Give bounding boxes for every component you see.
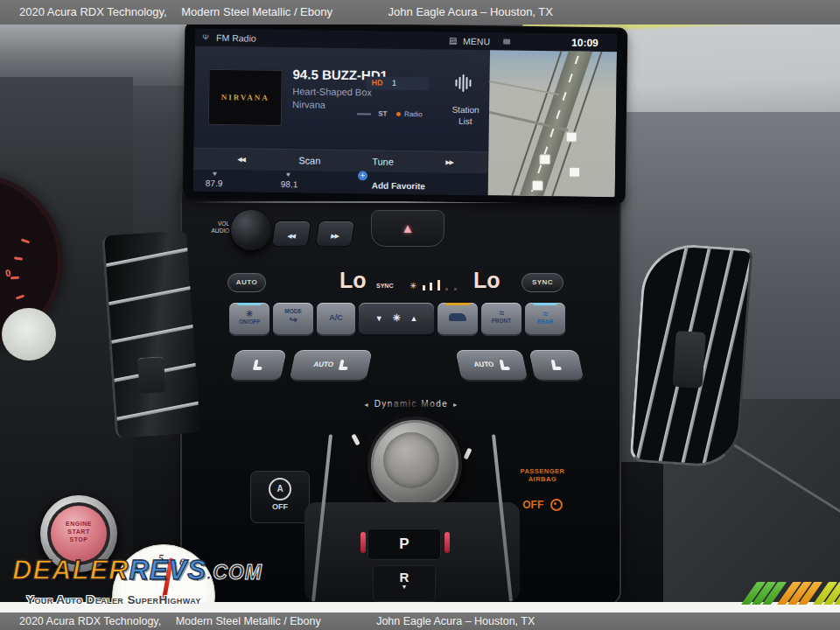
previous-track-button[interactable]: ◀◀ xyxy=(237,149,245,170)
hd-channel-indicator: HD 1 xyxy=(366,76,429,90)
map-status-icon xyxy=(503,39,510,45)
vent-adjust-tab[interactable] xyxy=(672,331,705,388)
defrost-icon: ≈ xyxy=(481,308,522,318)
hazard-button[interactable]: ▲ xyxy=(371,210,444,247)
climate-button-row: ✳ ON/OFF MODE ↪ A/C ▼ ✳ ▲ ≈ FRONT ≈ REAR xyxy=(229,303,565,336)
fan-onoff-button[interactable]: ✳ ON/OFF xyxy=(229,303,270,336)
seat-icon xyxy=(550,360,562,370)
artist-name: Nirvana xyxy=(292,99,326,110)
engine-start-button[interactable]: ENGINE START STOP xyxy=(51,506,107,562)
map-poi-icon xyxy=(539,154,550,164)
idle-stop-off-button[interactable]: A OFF xyxy=(250,471,310,523)
watermark-slogan: Your Auto Dealer SuperHighway xyxy=(26,593,201,606)
hd-channel-number: 1 xyxy=(392,79,396,88)
knob-center-face[interactable] xyxy=(383,432,439,488)
next-track-button[interactable]: ▶▶ xyxy=(445,152,453,173)
passenger-seat-heat-button[interactable] xyxy=(528,350,584,382)
seek-button-group: ◀◀ ▶▶ xyxy=(273,220,357,247)
mode-arrow-icon: ↪ xyxy=(273,314,313,326)
hd-radio-logo-dot xyxy=(396,112,401,116)
driver-seat-heat-button[interactable] xyxy=(229,350,287,382)
button-led xyxy=(445,303,470,305)
airbag-icon xyxy=(550,499,563,511)
driver-seat-auto-button[interactable]: AUTO xyxy=(289,350,373,382)
reverse-arrow-icon: ▼ xyxy=(373,584,436,591)
dealer-name: John Eagle Acura – Houston, TX xyxy=(376,615,535,627)
vehicle-title: 2020 Acura RDX Technology, xyxy=(19,615,161,627)
preset-button-1[interactable]: 87.9 xyxy=(206,178,223,188)
dealer-photo-page: { "header_bar": { "vehicle": "2020 Acura… xyxy=(0,0,840,630)
hd-radio-logo-text: Radio xyxy=(404,110,423,118)
map-poi-icon xyxy=(532,180,543,191)
vent-slat xyxy=(105,323,200,345)
fan-up-icon: ▲ xyxy=(410,314,417,323)
fan-down-icon: ▼ xyxy=(375,314,383,323)
volume-knob[interactable] xyxy=(231,210,271,250)
volume-label: VOL AUDIO xyxy=(203,220,229,234)
driver-temp-display: Lo xyxy=(340,268,367,293)
tune-button[interactable]: Tune xyxy=(372,150,394,172)
menu-button[interactable]: MENU xyxy=(463,32,490,50)
hd-radio-icon: HD xyxy=(371,78,382,87)
favorite-heart-icon: ♥ xyxy=(213,170,217,178)
antenna-icon: Ψ xyxy=(202,29,209,46)
vent-slat xyxy=(102,284,200,306)
vent-adjust-tab[interactable] xyxy=(137,356,166,394)
sync-indicator: SYNC xyxy=(376,283,393,289)
shifter-red-accent xyxy=(444,532,450,553)
recirculation-button[interactable] xyxy=(438,303,478,336)
album-art: NIRVANA xyxy=(208,69,283,126)
climate-auto-button[interactable]: AUTO xyxy=(228,273,266,292)
nav-map-panel[interactable] xyxy=(488,50,617,197)
vehicle-trim: Modern Steel Metallic / Ebony xyxy=(176,615,321,627)
audio-source-label: FM Radio xyxy=(216,29,256,47)
vehicle-trim: Modern Steel Metallic / Ebony xyxy=(181,5,332,18)
gear-reverse-button[interactable]: R ▼ xyxy=(373,565,436,602)
front-defrost-button[interactable]: ≈ FRONT xyxy=(481,303,522,336)
climate-sync-button[interactable]: SYNC xyxy=(522,273,564,292)
watermark-logo: DealerRevs.com xyxy=(12,555,262,586)
station-list-button[interactable]: Station List xyxy=(443,104,488,128)
scan-button[interactable]: Scan xyxy=(298,150,320,171)
arrow-left-icon: ◄ xyxy=(363,402,370,408)
right-air-vent[interactable] xyxy=(629,242,752,469)
dealer-name: John Eagle Acura – Houston, TX xyxy=(388,5,553,18)
hash-marks-logo xyxy=(749,582,840,605)
plus-icon: + xyxy=(358,171,368,180)
station-list-icon xyxy=(455,74,472,92)
seek-back-button[interactable]: ◀◀ xyxy=(271,220,312,247)
passenger-temp-display: Lo xyxy=(473,268,500,293)
bottom-caption-bar: 2020 Acura RDX Technology, Modern Steel … xyxy=(0,612,840,630)
infotainment-screen-bezel: Ψ FM Radio ▤ MENU 10:09 NIRVANA 94.5 BUZ… xyxy=(185,24,626,202)
menu-icon: ▤ xyxy=(449,32,458,50)
interior-photo: 0 Ψ FM Radio ▤ MENU 10:09 xyxy=(0,24,840,602)
album-art-text: NIRVANA xyxy=(221,93,270,102)
fan-speed-display: ✳ xyxy=(410,275,457,290)
vent-slat xyxy=(110,400,200,422)
seat-icon xyxy=(253,360,264,370)
signal-bar xyxy=(357,113,371,115)
fan-icon: ✳ xyxy=(410,281,416,290)
add-favorite-button[interactable]: Add Favorite xyxy=(372,180,425,191)
ac-button[interactable]: A/C xyxy=(317,303,355,336)
preset-button-2[interactable]: 98.1 xyxy=(281,179,298,189)
infotainment-screen[interactable]: Ψ FM Radio ▤ MENU 10:09 NIRVANA 94.5 BUZ… xyxy=(193,29,618,198)
gear-park-button[interactable]: P xyxy=(368,528,441,560)
seat-icon xyxy=(339,360,350,370)
fan-icon: ✳ xyxy=(392,312,400,323)
reflection-highlight xyxy=(2,308,56,360)
stereo-indicator: ST xyxy=(378,110,387,118)
button-led xyxy=(237,303,262,305)
vehicle-title: 2020 Acura RDX Technology, xyxy=(19,5,167,18)
mode-button[interactable]: MODE ↪ xyxy=(273,303,313,336)
fan-speed-button[interactable]: ▼ ✳ ▲ xyxy=(359,303,434,336)
favorite-heart-icon: ♥ xyxy=(286,171,290,178)
seek-forward-button[interactable]: ▶▶ xyxy=(315,220,355,247)
idle-stop-a-icon: A xyxy=(269,478,291,500)
left-air-vent[interactable] xyxy=(102,230,200,438)
rear-defrost-button[interactable]: ≈ REAR xyxy=(525,303,565,336)
map-poi-icon xyxy=(566,132,578,143)
radio-panel: NIRVANA 94.5 BUZZ-HD1 Heart-Shaped Box N… xyxy=(193,46,490,196)
signal-indicator-row: ST Radio xyxy=(357,109,423,118)
passenger-seat-auto-button[interactable]: AUTO xyxy=(455,350,528,382)
